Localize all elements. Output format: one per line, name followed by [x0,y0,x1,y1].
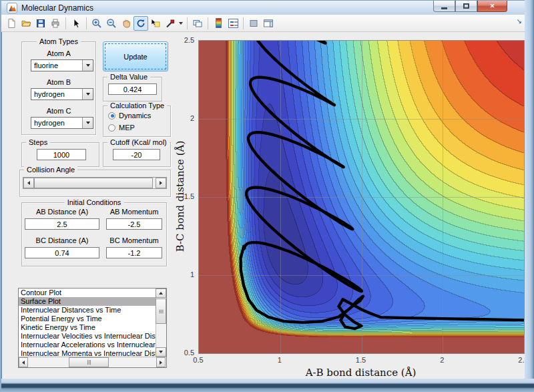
dock-figure-icon[interactable]: ↘ [517,18,522,25]
scroll-right-arrow[interactable] [156,357,166,367]
y-tick-label: 1 [190,270,194,278]
atom-b-dropdown[interactable]: hydrogen [31,88,93,100]
close-icon: ✕ [490,3,495,9]
atom-a-value: fluorine [34,61,58,69]
chevron-down-icon[interactable] [82,118,93,128]
plot-type-item[interactable]: Internuclear Distances vs Time [19,306,156,315]
scroll-left-arrow[interactable] [19,357,28,367]
minimize-icon [441,7,447,9]
vertical-scrollbar[interactable] [156,288,166,357]
vscroll-thumb[interactable] [156,299,166,324]
minimize-button[interactable] [433,1,455,12]
atom-b-value: hydrogen [34,90,65,98]
slider-right-arrow[interactable] [156,178,166,188]
zoom-out-icon[interactable] [104,16,119,31]
insert-legend-icon[interactable] [226,16,240,31]
maximize-button[interactable] [455,1,477,12]
cutoff-field[interactable] [113,149,160,160]
hide-plot-tools-icon[interactable] [246,16,261,31]
plot-type-item[interactable]: Kinetic Energy vs Time [19,323,156,332]
data-cursor-icon[interactable] [148,16,163,31]
toolbar-separator [208,17,208,29]
radio-mep[interactable]: MEP [108,124,135,132]
delta-value-field[interactable] [108,83,157,95]
calculation-type-title: Calculation Type [107,102,167,110]
y-tick-label: 2.5 [184,36,194,44]
toolbar-separator [86,17,87,29]
toolbar-separator [65,17,66,29]
close-button[interactable]: ✕ [477,1,507,12]
slider-left-arrow[interactable] [23,178,34,188]
y-tick-label: 1.5 [184,192,194,200]
edit-plot-arrow-icon[interactable] [69,16,83,31]
open-file-icon[interactable] [19,16,33,31]
bc-distance-label: BC Distance (A) [25,236,99,244]
brush-data-icon[interactable] [163,16,178,31]
molecular-dynamics-window: Molecular Dynamics ✕ [0,0,534,392]
x-tick-label: 0.5 [193,356,203,364]
x-tick-label: 2 [440,356,444,364]
insert-colorbar-icon[interactable] [211,16,226,31]
window-bottom-border [1,379,534,392]
plot-type-item[interactable]: Potential Energy vs Time [19,315,156,323]
maximize-icon [463,3,469,9]
link-plot-icon[interactable] [190,16,205,31]
pan-hand-icon[interactable] [119,16,134,31]
chevron-down-icon[interactable] [82,60,93,71]
save-figure-icon[interactable] [33,16,48,31]
radio-icon [108,124,115,132]
brush-dropdown-caret-icon[interactable] [178,16,184,31]
radio-dynamics-label: Dynamics [119,112,151,120]
chevron-down-icon[interactable] [82,89,93,100]
bc-momentum-field[interactable] [106,247,162,258]
rotate-3d-icon[interactable] [134,16,148,31]
title-bar[interactable]: Molecular Dynamics ✕ [1,0,534,15]
print-figure-icon[interactable] [48,16,63,31]
atom-c-dropdown[interactable]: hydrogen [31,117,93,129]
plot-type-rows: Contour PlotSurface PlotInternuclear Dis… [19,288,156,357]
y-tick-label: 2 [190,114,194,122]
scroll-up-arrow[interactable] [156,288,166,298]
plot-type-item[interactable]: Internuclear Momenta vs Internuclear Dis… [19,349,156,357]
new-figure-icon[interactable] [4,16,19,31]
atom-a-dropdown[interactable]: fluorine [31,59,93,71]
bc-distance-field[interactable] [25,247,99,258]
window-title: Molecular Dynamics [21,3,93,13]
window-right-border [525,0,534,392]
steps-field[interactable] [37,149,86,160]
update-button[interactable]: Update [103,41,168,71]
radio-dynamics[interactable]: Dynamics [108,112,151,120]
y-tick-label: 0.5 [184,349,194,357]
bc-momentum-label: BC Momentum [106,236,162,244]
ab-momentum-field[interactable] [106,218,162,230]
x-axis-label: A-B bond distance (Å) [198,367,523,379]
figure-toolbar [1,15,534,32]
hscroll-thumb[interactable] [69,357,109,367]
plot-type-item[interactable]: Surface Plot [19,297,156,306]
plot-type-listbox[interactable]: Contour PlotSurface PlotInternuclear Dis… [18,288,167,368]
plot-type-item[interactable]: Internuclear Accelerations vs Internucle… [19,341,156,349]
contour-canvas[interactable] [198,40,525,354]
collision-angle-slider[interactable] [23,177,167,189]
ab-momentum-label: AB Momentum [106,208,162,216]
delta-value-title: Delta Value [107,73,150,81]
plot-type-item[interactable]: Internuclear Velocities vs Internuclear … [19,332,156,341]
atom-c-value: hydrogen [34,119,65,127]
initial-conditions-title: Initial Conditions [65,198,124,206]
ab-distance-label: AB Distance (A) [25,208,99,216]
ab-distance-field[interactable] [25,218,99,230]
x-tick-label: 1 [278,356,282,364]
atom-b-label: Atom B [21,78,96,86]
toolbar-separator [187,17,188,29]
show-plot-tools-icon[interactable] [261,16,276,31]
slider-thumb[interactable] [34,178,153,188]
zoom-in-icon[interactable] [89,16,104,31]
toolbar-separator [243,17,244,29]
steps-title: Steps [26,138,50,146]
calculation-type-panel: Calculation Type [103,106,171,137]
horizontal-scrollbar[interactable] [19,357,166,367]
plot-type-item[interactable]: Contour Plot [19,288,156,297]
collision-angle-title: Collision Angle [24,166,77,174]
atom-a-label: Atom A [21,49,96,57]
scroll-down-arrow[interactable] [156,347,166,357]
